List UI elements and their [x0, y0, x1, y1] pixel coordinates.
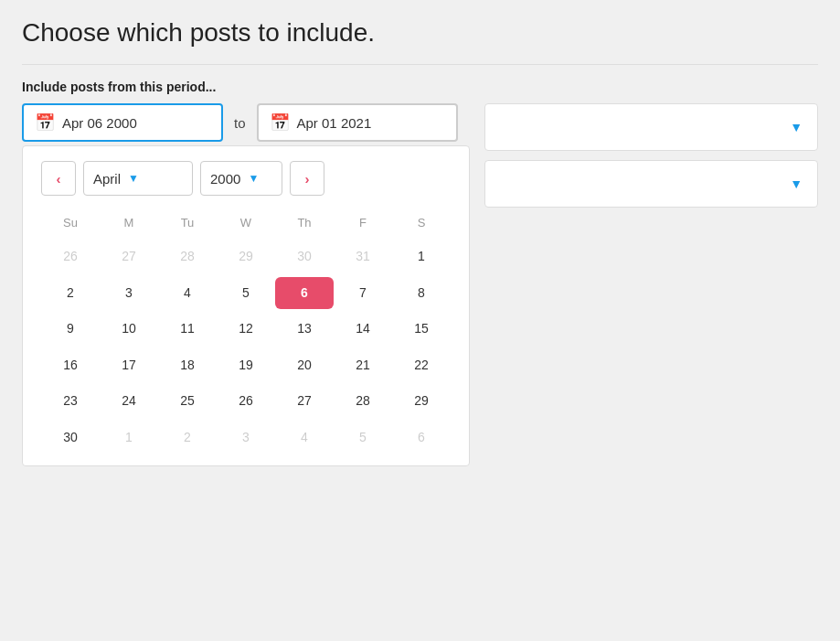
calendar-day[interactable]: 23: [41, 385, 100, 418]
calendar-day[interactable]: 28: [158, 240, 217, 273]
calendar-days[interactable]: 2627282930311234567891011121314151617181…: [41, 240, 451, 454]
dropdown-arrow-2: ▼: [790, 176, 803, 191]
calendar-icon-from: 📅: [35, 112, 55, 133]
date-to-value: Apr 01 2021: [297, 115, 372, 131]
calendar-day[interactable]: 6: [392, 422, 451, 454]
right-panel: ▼ ▼: [484, 103, 818, 208]
calendar-day[interactable]: 11: [158, 313, 217, 346]
calendar-day[interactable]: 30: [275, 240, 334, 273]
divider: [22, 64, 818, 65]
dropdown-field-1[interactable]: ▼: [484, 103, 818, 151]
year-select[interactable]: 2000 ▼: [200, 161, 282, 196]
calendar-day[interactable]: 5: [217, 277, 275, 310]
calendar-day[interactable]: 9: [41, 313, 100, 346]
calendar-day[interactable]: 3: [100, 277, 158, 310]
weekday-label: Th: [275, 212, 334, 233]
date-from-value: Apr 06 2000: [62, 115, 137, 131]
main-layout: 📅 Apr 06 2000 to 📅 Apr 01 2021 ‹ April ▼: [22, 103, 818, 466]
date-to-input[interactable]: 📅 Apr 01 2021: [257, 103, 458, 142]
calendar-day[interactable]: 24: [100, 385, 158, 418]
calendar-popup: ‹ April ▼ 2000 ▼ › SuMTuWThFS 2627282930…: [22, 145, 470, 466]
calendar-day[interactable]: 25: [158, 385, 217, 418]
calendar-day[interactable]: 26: [41, 240, 100, 273]
calendar-day[interactable]: 28: [334, 385, 392, 418]
calendar-day[interactable]: 2: [41, 277, 100, 310]
calendar-day[interactable]: 29: [392, 385, 451, 418]
weekday-label: S: [392, 212, 451, 233]
calendar-day[interactable]: 7: [334, 277, 392, 310]
weekday-label: Su: [41, 212, 100, 233]
calendar-day[interactable]: 21: [334, 349, 392, 382]
next-month-button[interactable]: ›: [290, 161, 324, 196]
calendar-day[interactable]: 19: [217, 349, 275, 382]
dropdown-field-2[interactable]: ▼: [484, 160, 818, 208]
weekday-label: M: [100, 212, 158, 233]
calendar-day[interactable]: 2: [158, 422, 217, 454]
to-separator: to: [234, 115, 246, 131]
calendar-day[interactable]: 1: [100, 422, 158, 454]
section-label: Include posts from this period...: [22, 80, 818, 94]
calendar-day[interactable]: 17: [100, 349, 158, 382]
calendar-day[interactable]: 16: [41, 349, 100, 382]
dropdown-arrow-1: ▼: [790, 120, 803, 134]
weekday-label: F: [334, 212, 392, 233]
calendar-day[interactable]: 27: [100, 240, 158, 273]
calendar-day[interactable]: 15: [392, 313, 451, 346]
calendar-day[interactable]: 20: [275, 349, 334, 382]
calendar-day[interactable]: 31: [334, 240, 392, 273]
calendar-day[interactable]: 26: [217, 385, 275, 418]
calendar-day[interactable]: 22: [392, 349, 451, 382]
calendar-day[interactable]: 4: [275, 422, 334, 454]
calendar-day[interactable]: 29: [217, 240, 275, 273]
calendar-day[interactable]: 3: [217, 422, 275, 454]
page-title: Choose which posts to include.: [22, 18, 818, 48]
calendar-day[interactable]: 5: [334, 422, 392, 454]
calendar-day[interactable]: 18: [158, 349, 217, 382]
prev-month-button[interactable]: ‹: [41, 161, 76, 196]
calendar-day[interactable]: 10: [100, 313, 158, 346]
year-dropdown-arrow: ▼: [248, 172, 259, 185]
month-dropdown-arrow: ▼: [128, 172, 139, 185]
calendar-day[interactable]: 6: [275, 277, 334, 310]
year-label: 2000: [210, 171, 240, 187]
calendar-header: ‹ April ▼ 2000 ▼ ›: [41, 161, 451, 196]
weekdays-row: SuMTuWThFS: [41, 212, 451, 233]
calendar-day[interactable]: 14: [334, 313, 392, 346]
calendar-day[interactable]: 4: [158, 277, 217, 310]
page-container: Choose which posts to include. Include p…: [0, 0, 840, 641]
calendar-day[interactable]: 27: [275, 385, 334, 418]
month-label: April: [93, 171, 121, 187]
date-from-input[interactable]: 📅 Apr 06 2000: [22, 103, 223, 142]
month-select[interactable]: April ▼: [83, 161, 193, 196]
calendar-icon-to: 📅: [270, 112, 290, 133]
left-section: 📅 Apr 06 2000 to 📅 Apr 01 2021 ‹ April ▼: [22, 103, 470, 466]
weekday-label: W: [217, 212, 275, 233]
date-inputs-row: 📅 Apr 06 2000 to 📅 Apr 01 2021: [22, 103, 470, 142]
calendar-day[interactable]: 8: [392, 277, 451, 310]
calendar-day[interactable]: 1: [392, 240, 451, 273]
weekday-label: Tu: [158, 212, 217, 233]
calendar-grid: SuMTuWThFS 26272829303112345678910111213…: [41, 212, 451, 454]
calendar-day[interactable]: 30: [41, 422, 100, 454]
calendar-day[interactable]: 12: [217, 313, 275, 346]
calendar-day[interactable]: 13: [275, 313, 334, 346]
